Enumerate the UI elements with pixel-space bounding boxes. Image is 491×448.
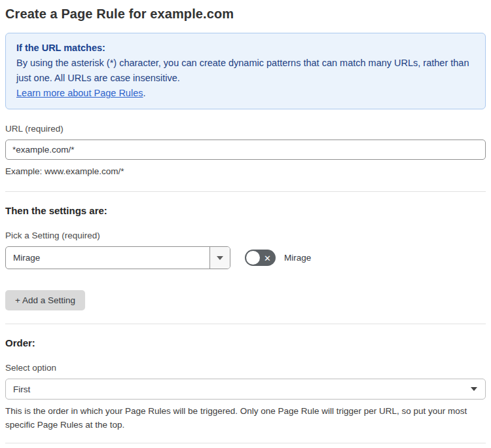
pick-setting-label: Pick a Setting (required) [5, 231, 486, 240]
toggle-off-x-icon: ✕ [264, 253, 271, 262]
chevron-down-icon [217, 256, 223, 260]
url-example-helper: Example: www.example.com/* [5, 164, 486, 178]
info-box-heading: If the URL matches: [16, 41, 475, 56]
setting-picker-value: Mirage [6, 247, 209, 269]
order-helper-text: This is the order in which your Page Rul… [5, 404, 479, 432]
info-box-link-line: Learn more about Page Rules. [16, 86, 475, 101]
url-input[interactable] [5, 140, 486, 160]
setting-picker-dropdown[interactable]: Mirage [5, 246, 230, 269]
toggle-knob [246, 251, 260, 265]
settings-section-heading: Then the settings are: [5, 205, 486, 216]
order-select-dropdown[interactable]: First [5, 379, 486, 400]
learn-more-link[interactable]: Learn more about Page Rules [16, 88, 143, 98]
order-select-label: Select option [5, 363, 486, 373]
url-match-info-box: If the URL matches: By using the asteris… [5, 33, 486, 109]
footer-divider [5, 443, 486, 443]
setting-row: Mirage ✕ Mirage [5, 246, 486, 269]
add-setting-button[interactable]: + Add a Setting [5, 290, 85, 310]
mirage-toggle-label: Mirage [284, 253, 311, 263]
order-select-value: First [13, 384, 30, 394]
setting-picker-caret-button[interactable] [209, 247, 230, 269]
url-field-label: URL (required) [5, 124, 486, 134]
mirage-toggle[interactable]: ✕ [245, 250, 276, 266]
chevron-down-icon [471, 387, 477, 391]
create-page-rule-panel: Create a Page Rule for example.com If th… [0, 0, 491, 448]
mirage-toggle-group: ✕ Mirage [245, 250, 311, 266]
link-suffix: . [143, 88, 145, 98]
order-section-heading: Order: [5, 337, 486, 348]
page-title: Create a Page Rule for example.com [5, 7, 486, 22]
section-divider [5, 324, 486, 324]
section-divider [5, 191, 486, 192]
info-box-body: By using the asterisk (*) character, you… [16, 56, 475, 86]
